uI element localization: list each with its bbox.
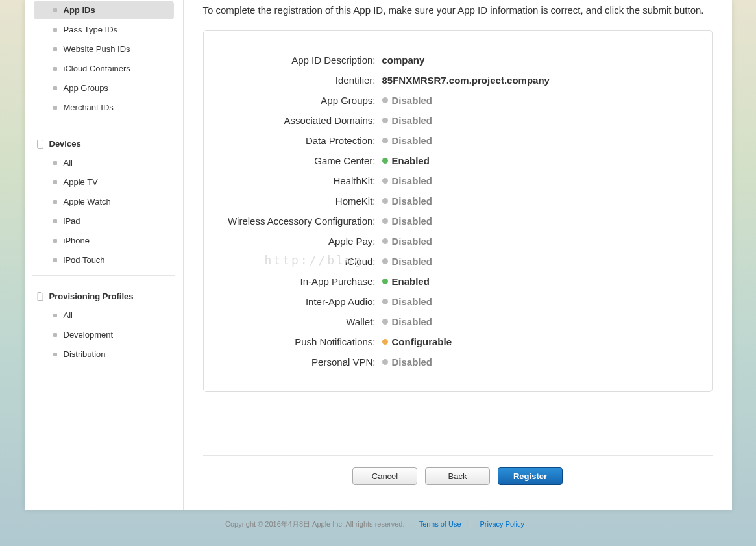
sidebar-item-profile[interactable]: Development: [34, 325, 174, 344]
summary-row-service: Game Center:Enabled: [217, 151, 699, 171]
summary-row-service: HealthKit:Disabled: [217, 171, 699, 191]
sidebar-item-device[interactable]: All: [34, 153, 174, 172]
document-icon: [36, 293, 44, 301]
sidebar-item-label: All: [64, 310, 73, 320]
summary-row-service: HomeKit:Disabled: [217, 191, 699, 211]
summary-label: App ID Description:: [217, 55, 382, 66]
sidebar-item-label: All: [64, 158, 73, 168]
sidebar-section-devices: Devices AllApple TVApple WatchiPadiPhone…: [31, 135, 177, 276]
summary-row-description: App ID Description: company: [217, 50, 699, 70]
sidebar-heading-profiles: Provisioning Profiles: [31, 288, 177, 305]
service-status: Disabled: [382, 256, 433, 267]
summary-box: App ID Description: company Identifier: …: [203, 30, 713, 392]
service-label: Personal VPN:: [217, 356, 382, 367]
service-status-text: Enabled: [392, 276, 430, 287]
bullet-icon: [53, 239, 57, 243]
service-status: Configurable: [382, 336, 452, 347]
service-status: Disabled: [382, 135, 433, 146]
back-button[interactable]: Back: [425, 467, 490, 485]
service-status-text: Disabled: [392, 135, 433, 146]
sidebar-item-identifier[interactable]: Pass Type IDs: [34, 20, 174, 39]
sidebar-item-label: Development: [64, 330, 114, 340]
bullet-icon: [53, 67, 57, 71]
sidebar-item-label: iCloud Containers: [64, 64, 130, 73]
status-dot-icon: [382, 158, 388, 164]
sidebar-heading-label: Devices: [49, 139, 81, 149]
service-status: Disabled: [382, 175, 433, 186]
terms-link[interactable]: Terms of Use: [419, 520, 461, 528]
sidebar-item-device[interactable]: iPad: [34, 212, 174, 230]
svg-point-1: [40, 146, 41, 147]
bullet-icon: [53, 28, 57, 32]
sidebar-item-identifier[interactable]: App IDs: [34, 1, 174, 19]
register-button[interactable]: Register: [498, 467, 563, 485]
status-dot-icon: [382, 238, 388, 244]
sidebar-item-label: iPod Touch: [64, 255, 105, 265]
bullet-icon: [53, 8, 57, 12]
sidebar-item-identifier[interactable]: Merchant IDs: [34, 98, 174, 117]
bullet-icon: [53, 180, 57, 184]
status-dot-icon: [382, 118, 388, 123]
status-dot-icon: [382, 198, 388, 204]
status-dot-icon: [382, 319, 388, 325]
sidebar-heading-devices: Devices: [31, 135, 177, 153]
bullet-icon: [53, 86, 57, 90]
summary-row-service: Wallet:Disabled: [217, 312, 699, 332]
service-label: Apple Pay:: [217, 236, 382, 247]
sidebar-item-device[interactable]: Apple Watch: [34, 192, 174, 211]
main-content: To complete the registration of this App…: [184, 0, 732, 510]
service-status-text: Disabled: [392, 356, 433, 367]
status-dot-icon: [382, 339, 388, 345]
footer: Copyright © 2016年4月8日 Apple Inc. All rig…: [25, 510, 732, 539]
separator: |: [470, 520, 472, 528]
service-status-text: Disabled: [392, 316, 433, 327]
service-status-text: Disabled: [392, 195, 433, 206]
sidebar-heading-label: Provisioning Profiles: [49, 292, 134, 301]
sidebar-item-device[interactable]: iPod Touch: [34, 251, 174, 269]
service-status-text: Disabled: [392, 216, 433, 227]
sidebar-item-identifier[interactable]: Website Push IDs: [34, 40, 174, 58]
sidebar-item-device[interactable]: iPhone: [34, 231, 174, 250]
service-status-text: Disabled: [392, 175, 433, 186]
bullet-icon: [53, 314, 57, 317]
summary-row-service: Inter-App Audio:Disabled: [217, 292, 699, 312]
sidebar-item-profile[interactable]: Distribution: [34, 345, 174, 364]
service-label: Game Center:: [217, 155, 382, 166]
summary-value: company: [382, 55, 425, 66]
sidebar-item-device[interactable]: Apple TV: [34, 173, 174, 192]
summary-row-service: Apple Pay:Disabled: [217, 231, 699, 251]
service-label: Inter-App Audio:: [217, 296, 382, 307]
summary-label: Identifier:: [217, 75, 382, 86]
service-label: In-App Purchase:: [217, 276, 382, 287]
summary-row-service: In-App Purchase:Enabled: [217, 271, 699, 292]
status-dot-icon: [382, 299, 388, 304]
status-dot-icon: [382, 279, 388, 284]
status-dot-icon: [382, 97, 388, 103]
sidebar-item-label: Distribution: [64, 349, 106, 359]
summary-row-service: Push Notifications:Configurable: [217, 332, 699, 352]
status-dot-icon: [382, 359, 388, 365]
cancel-button[interactable]: Cancel: [352, 467, 417, 485]
service-label: Associated Domains:: [217, 115, 382, 126]
sidebar-item-label: iPad: [64, 216, 80, 226]
status-dot-icon: [382, 178, 388, 184]
sidebar-item-identifier[interactable]: App Groups: [34, 79, 174, 97]
sidebar: App IDsPass Type IDsWebsite Push IDsiClo…: [25, 0, 184, 510]
sidebar-item-identifier[interactable]: iCloud Containers: [34, 59, 174, 78]
status-dot-icon: [382, 218, 388, 224]
sidebar-item-label: Pass Type IDs: [64, 25, 118, 34]
service-status: Disabled: [382, 95, 433, 106]
service-label: HealthKit:: [217, 175, 382, 186]
summary-row-service: Data Protection:Disabled: [217, 130, 699, 151]
summary-row-service: Personal VPN:Disabled: [217, 352, 699, 372]
service-status: Disabled: [382, 216, 433, 227]
privacy-link[interactable]: Privacy Policy: [480, 520, 524, 528]
status-dot-icon: [382, 258, 388, 264]
service-label: HomeKit:: [217, 195, 382, 206]
service-status-text: Enabled: [392, 155, 430, 166]
sidebar-item-profile[interactable]: All: [34, 306, 174, 325]
summary-row-service: Wireless Accessory Configuration:Disable…: [217, 211, 699, 231]
sidebar-item-label: App Groups: [64, 83, 108, 93]
service-status-text: Disabled: [392, 296, 433, 307]
service-label: App Groups:: [217, 95, 382, 106]
